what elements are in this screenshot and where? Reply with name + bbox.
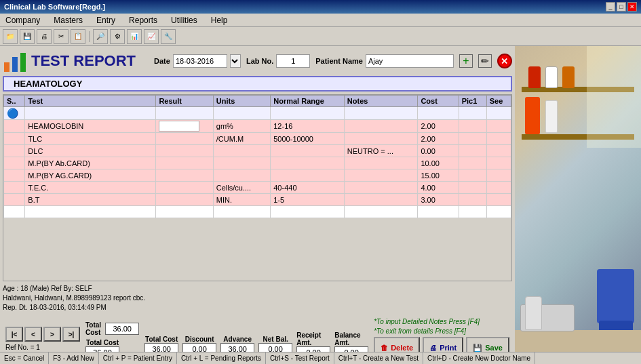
- netbal-lbl: Net Bal.: [263, 336, 288, 343]
- svg-rect-2: [20, 53, 26, 72]
- test-table: S.. Test Result Units Normal Range Notes…: [3, 95, 511, 218]
- col-result: Result: [156, 96, 213, 107]
- menu-entry[interactable]: Entry: [94, 15, 118, 26]
- col-pic1: Pic1: [459, 96, 486, 107]
- lab-background: [515, 46, 641, 364]
- menu-masters[interactable]: Masters: [51, 15, 85, 26]
- toolbar-btn-5[interactable]: 📋: [71, 29, 85, 44]
- menu-utilities[interactable]: Utilities: [168, 15, 200, 26]
- status-esc: Esc = Cancel: [0, 352, 49, 364]
- nav-last[interactable]: >|: [62, 327, 80, 342]
- save-label: Save: [485, 344, 503, 352]
- status-bar: Esc = Cancel F3 - Add New Ctrl + P = Pat…: [0, 352, 641, 364]
- print-label: Print: [440, 344, 457, 352]
- window-light: [587, 46, 641, 148]
- date-group: Date ▼: [154, 54, 241, 68]
- menu-bar: Company Masters Entry Reports Utilities …: [0, 14, 641, 27]
- nav-prev[interactable]: <: [24, 327, 42, 342]
- labno-label: Lab No.: [246, 57, 273, 65]
- toolbar-btn-3[interactable]: 🖨: [37, 29, 52, 44]
- menu-reports[interactable]: Reports: [126, 15, 160, 26]
- advance-lbl: Advance: [223, 336, 252, 343]
- status-f3: F3 - Add New: [49, 352, 99, 364]
- delete-icon: 🗑: [381, 344, 388, 352]
- menu-company[interactable]: Company: [3, 15, 43, 26]
- patient-name-group: Patient Name: [315, 54, 454, 68]
- date-dropdown[interactable]: ▼: [230, 54, 241, 68]
- result-input-hemoglobin[interactable]: [159, 121, 199, 132]
- section-tab[interactable]: HEAMATOLOGY: [3, 76, 512, 92]
- table-container: S.. Test Result Units Normal Range Notes…: [3, 94, 512, 281]
- maximize-button[interactable]: □: [617, 2, 626, 12]
- nav-first[interactable]: |<: [5, 327, 23, 342]
- right-panel: [515, 46, 641, 364]
- status-ctrls: Ctrl+S - Test Report: [266, 352, 334, 364]
- svg-rect-1: [12, 57, 18, 72]
- labno-group: Lab No.: [246, 54, 310, 68]
- total-cost-input[interactable]: [105, 323, 139, 335]
- patient-name-label: Patient Name: [315, 57, 363, 65]
- table-row: T.E.C.Cells/cu....40-4404.00: [4, 182, 511, 194]
- date-input[interactable]: [173, 54, 227, 68]
- print-icon: 🖨: [429, 344, 437, 352]
- header-row: TEST REPORT Date ▼ Lab No. Patient Name: [3, 49, 512, 73]
- status-ctrll: Ctrl + L = Pending Reports: [177, 352, 266, 364]
- bottle-red: [528, 66, 541, 88]
- col-units: Units: [213, 96, 270, 107]
- logo-area: TEST REPORT: [3, 49, 136, 73]
- toolbar-btn-4[interactable]: ✂: [54, 29, 69, 44]
- toolbar-btn-1[interactable]: 📁: [3, 29, 18, 44]
- add-button[interactable]: +: [459, 54, 473, 68]
- delete-label: Delete: [391, 344, 413, 352]
- edit-button[interactable]: ✏: [478, 54, 492, 68]
- total-cost-lbl: Total Cost: [145, 336, 178, 343]
- container-white: [545, 100, 558, 133]
- balance-lbl: Balance Amt.: [334, 331, 368, 346]
- total-cost-label2: Total Cost: [86, 339, 119, 346]
- status-ctrlt: Ctrl+T - Create a New Test: [334, 352, 423, 364]
- table-row: 🔵: [4, 107, 511, 120]
- title-bar: Clinical Lab Software[Regd.] _ □ ✕: [0, 0, 641, 14]
- labno-input[interactable]: [276, 54, 310, 68]
- close-red-button[interactable]: ✕: [497, 54, 512, 68]
- close-button[interactable]: ✕: [627, 2, 637, 12]
- minimize-button[interactable]: _: [606, 2, 615, 12]
- title-bar-buttons: _ □ ✕: [606, 2, 637, 12]
- col-notes: Notes: [344, 96, 418, 107]
- date-label: Date: [154, 57, 170, 65]
- table-row: B.TMIN.1-53.00: [4, 194, 511, 206]
- table-row: DLCNEUTRO = ...0.00: [4, 145, 511, 157]
- title-bar-text: Clinical Lab Software[Regd.]: [4, 3, 105, 11]
- toolbar-btn-7[interactable]: ⚙: [110, 29, 125, 44]
- toolbar-btn-2[interactable]: 💾: [20, 29, 35, 44]
- col-see: See: [486, 96, 511, 107]
- nav-next[interactable]: >: [43, 327, 61, 342]
- patient-name-input[interactable]: [366, 54, 454, 68]
- table-row: M.P(BY Ab.CARD)10.00: [4, 157, 511, 169]
- status-ctrld: Ctrl+D - Create New Doctor Name: [423, 352, 535, 364]
- bottle-white: [545, 66, 558, 88]
- toolbar-btn-10[interactable]: 🔧: [161, 29, 176, 44]
- table-row: HEAMOGLOBINgm%12-162.00: [4, 120, 511, 133]
- col-cost: Cost: [418, 96, 459, 107]
- discount-lbl: Discount: [185, 336, 214, 343]
- toolbar: 📁 💾 🖨 ✂ 📋 🔎 ⚙ 📊 📈 🔧: [0, 27, 641, 46]
- chair-seat: [597, 269, 634, 323]
- tall-container: [525, 296, 542, 330]
- table-row: [4, 206, 511, 218]
- total-cost-label: Total Cost: [85, 321, 101, 336]
- ref-no: Ref No. = 1: [5, 344, 80, 351]
- patient-info-line3: Rep. Dt. 18-03-2016, 03:14:49 PM: [3, 303, 512, 312]
- toolbar-btn-8[interactable]: 📊: [127, 29, 142, 44]
- toolbar-btn-6[interactable]: 🔎: [93, 29, 108, 44]
- receipt-lbl: Receipt Amt.: [296, 331, 330, 346]
- patient-info-line2: Haldwani, Haldwani, M.8989989123 report …: [3, 294, 512, 303]
- col-test: Test: [25, 96, 156, 107]
- main-content: TEST REPORT Date ▼ Lab No. Patient Name: [0, 46, 641, 364]
- container-red: [525, 97, 540, 134]
- nav-buttons: |< < > >|: [5, 327, 80, 342]
- left-panel: TEST REPORT Date ▼ Lab No. Patient Name: [0, 46, 515, 364]
- toolbar-btn-9[interactable]: 📈: [144, 29, 159, 44]
- menu-help[interactable]: Help: [208, 15, 231, 26]
- col-range: Normal Range: [271, 96, 345, 107]
